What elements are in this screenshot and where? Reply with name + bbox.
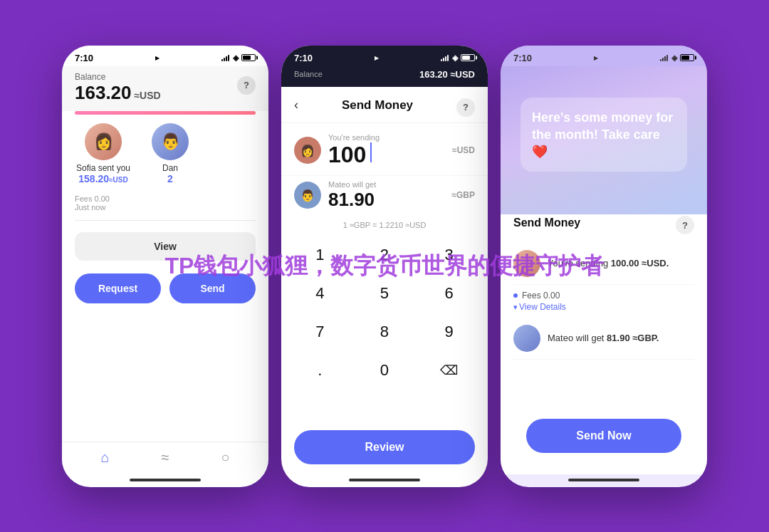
receiver-avatar-3 — [513, 325, 540, 352]
fees-dot — [513, 293, 518, 298]
exchange-rate: 1 ≈GBP = 1.2210 ≈USD — [281, 218, 488, 236]
signal-icon-3 — [660, 55, 669, 61]
receiving-currency: ≈GBP — [451, 190, 475, 200]
message-bubble: Here's some money for the month! Take ca… — [520, 98, 687, 172]
battery-icon-1 — [241, 54, 256, 61]
balance-header-1: Balance 163.20 ≈USD ? — [62, 66, 268, 111]
view-btn-row: View — [62, 226, 268, 268]
review-button[interactable]: Review — [294, 430, 475, 464]
phone-2: 7:10 ▸ ◈ Balance 163.20 ≈USD ‹ Send Mone… — [281, 46, 488, 487]
balance-bar-2: Balance 163.20 ≈USD — [281, 66, 488, 87]
status-icons-1: ◈ — [221, 53, 256, 63]
gradient-section: Here's some money for the month! Take ca… — [501, 66, 707, 215]
avatar-sofia: 👩 — [85, 123, 122, 160]
dan-name: Dan — [162, 163, 178, 173]
sending-currency: ≈USD — [452, 145, 475, 155]
balance-amount-1: 163.20 ≈USD — [75, 82, 161, 104]
dan-amount: 2 — [167, 173, 173, 184]
key-6[interactable]: 6 — [417, 275, 481, 312]
help-button-3[interactable]: ? — [676, 216, 694, 234]
sender-review-row: You're sending 100.00 ≈USD. — [513, 243, 694, 285]
key-2[interactable]: 2 — [353, 236, 417, 273]
bal-label-2: Balance — [294, 70, 323, 78]
wifi-icon-1: ◈ — [233, 53, 239, 63]
help-button-2[interactable]: ? — [456, 98, 475, 117]
send-amount-section: 👩 You're sending 100 ≈USD — [281, 123, 488, 175]
key-delete[interactable]: ⌫ — [417, 352, 481, 389]
divider-1 — [75, 220, 256, 221]
nav-arrow-3: ▸ — [594, 53, 598, 63]
recipient-dan: 👨 Dan 2 — [142, 123, 199, 184]
nav-arrow-1: ▸ — [155, 53, 159, 63]
phone-3: 7:10 ▸ ◈ Here's some money for the month… — [501, 46, 707, 487]
recipients-row: 👩 Sofia sent you 158.20≈USD 👨 Dan 2 — [62, 123, 268, 192]
request-button[interactable]: Request — [75, 273, 161, 303]
key-8[interactable]: 8 — [353, 313, 417, 350]
back-button-2[interactable]: ‹ — [294, 98, 298, 113]
key-9[interactable]: 9 — [417, 313, 481, 350]
sender-review-text: You're sending 100.00 ≈USD. — [548, 257, 669, 270]
fees-detail: Fees 0.00 — [513, 291, 694, 301]
progress-bar-1 — [75, 111, 256, 115]
numpad: 1 2 3 4 5 6 7 8 9 . 0 ⌫ — [281, 236, 488, 389]
profile-nav-icon[interactable]: ○ — [221, 449, 229, 466]
send-now-button[interactable]: Send Now — [526, 419, 681, 453]
bottom-nav-1: ⌂ ≈ ○ — [62, 442, 268, 474]
receive-section: 👨 Mateo will get 81.90 ≈GBP — [281, 175, 488, 218]
wifi-icon-2: ◈ — [452, 53, 458, 63]
receiver-review-text: Mateo will get 81.90 ≈GBP. — [548, 332, 659, 345]
fees-text-1: Fees 0.00 — [75, 194, 256, 203]
sending-amount: 100 — [328, 142, 445, 168]
status-bar-2: 7:10 ▸ ◈ — [281, 46, 488, 66]
fees-detail-row: Fees 0.00 ▾ View Details — [513, 285, 694, 318]
nav-arrow-2: ▸ — [375, 53, 379, 63]
sofia-amount: 158.20≈USD — [78, 173, 127, 184]
view-details-link[interactable]: ▾ View Details — [513, 302, 694, 312]
time-3: 7:10 — [513, 53, 532, 63]
battery-icon-2 — [461, 54, 475, 61]
sending-label: You're sending — [328, 133, 445, 142]
key-dot[interactable]: . — [288, 352, 352, 389]
key-5[interactable]: 5 — [353, 275, 417, 312]
home-indicator-3 — [568, 479, 639, 481]
time-text-1: Just now — [75, 203, 256, 212]
status-bar-3: 7:10 ▸ ◈ — [501, 46, 707, 66]
screen-header-2: ‹ Send Money ? — [281, 87, 488, 123]
bottom-actions: Request Send — [62, 268, 268, 311]
signal-icon-1 — [221, 55, 230, 61]
view-details-text: View Details — [519, 302, 566, 312]
wifi-icon-3: ◈ — [671, 53, 677, 63]
help-button-1[interactable]: ? — [237, 76, 256, 95]
key-0[interactable]: 0 — [353, 352, 417, 389]
review-btn-wrap: Review — [281, 422, 488, 474]
sofia-name: Sofia sent you — [76, 163, 130, 173]
key-3[interactable]: 3 — [417, 236, 481, 273]
home-nav-icon[interactable]: ⌂ — [100, 449, 109, 466]
message-text: Here's some money for the month! Take ca… — [532, 109, 676, 161]
key-4[interactable]: 4 — [288, 275, 352, 312]
receive-amount: 81.90 — [328, 189, 444, 211]
send-now-wrap: Send Now — [513, 410, 694, 463]
review-header: Send Money ? — [513, 212, 694, 234]
avatar-dan: 👨 — [152, 123, 189, 160]
send-button-1[interactable]: Send — [169, 273, 256, 303]
battery-icon-3 — [680, 54, 694, 61]
amount-block: You're sending 100 — [328, 133, 445, 168]
status-icons-3: ◈ — [660, 53, 694, 63]
fees-label-3: Fees 0.00 — [522, 291, 560, 301]
receive-label: Mateo will get — [328, 180, 444, 189]
receiver-avatar-2: 👨 — [294, 182, 321, 209]
key-1[interactable]: 1 — [288, 236, 352, 273]
view-button[interactable]: View — [75, 232, 256, 261]
screen-title-2: Send Money — [342, 98, 413, 113]
status-icons-2: ◈ — [441, 53, 475, 63]
time-1: 7:10 — [75, 53, 93, 63]
receiver-review-row: Mateo will get 81.90 ≈GBP. — [513, 318, 694, 360]
review-title: Send Money — [513, 217, 580, 229]
transfer-nav-icon[interactable]: ≈ — [162, 449, 169, 466]
key-7[interactable]: 7 — [288, 313, 352, 350]
balance-label-1: Balance — [75, 72, 161, 82]
review-card: Send Money ? You're sending 100.00 ≈USD.… — [501, 200, 707, 474]
sender-avatar-3 — [513, 250, 540, 277]
home-indicator-1 — [130, 479, 201, 481]
